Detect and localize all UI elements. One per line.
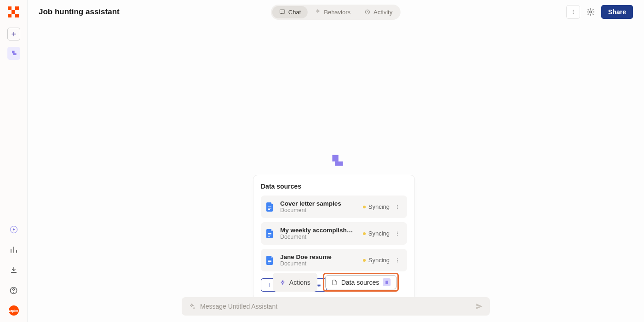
assistant-avatar xyxy=(327,153,345,171)
clock-icon xyxy=(364,9,371,15)
data-sources-count-badge xyxy=(383,278,391,286)
tab-chat-label: Chat xyxy=(288,9,301,16)
more-menu-button[interactable] xyxy=(566,5,580,19)
bar-chart-icon xyxy=(10,246,18,254)
data-source-row[interactable]: My weekly accomplishme... Document Synci… xyxy=(261,222,407,245)
row-more-button[interactable] xyxy=(393,228,402,239)
actions-label: Actions xyxy=(289,279,310,286)
svg-rect-25 xyxy=(268,261,271,262)
file-small-icon xyxy=(385,280,389,285)
bolt-icon-button[interactable] xyxy=(9,224,19,235)
brand-badge[interactable]: zapier xyxy=(9,305,19,316)
dots-vertical-icon xyxy=(394,204,401,210)
data-sources-pill[interactable]: Data sources xyxy=(325,275,397,289)
svg-point-9 xyxy=(590,11,592,13)
send-button[interactable] xyxy=(475,302,483,310)
data-source-type: Document xyxy=(280,260,363,267)
svg-point-23 xyxy=(397,235,398,236)
data-sources-highlight: Data sources xyxy=(323,273,399,292)
download-icon xyxy=(10,266,18,274)
status-dot-icon xyxy=(363,206,366,208)
data-source-row[interactable]: Jane Doe resume Document Syncing xyxy=(261,249,407,271)
google-doc-icon xyxy=(266,229,275,239)
sync-status: Syncing xyxy=(363,257,390,264)
sync-status: Syncing xyxy=(363,203,390,210)
data-source-type: Document xyxy=(280,234,363,240)
svg-rect-14 xyxy=(268,209,270,210)
dots-vertical-icon xyxy=(570,9,576,15)
sidebar: zapier xyxy=(0,0,28,322)
gear-icon xyxy=(586,8,595,16)
svg-rect-0 xyxy=(12,51,15,53)
svg-rect-1 xyxy=(13,53,16,55)
tab-chat[interactable]: Chat xyxy=(272,6,308,18)
brand-badge-text: zapier xyxy=(9,309,18,312)
assistant-shape-icon xyxy=(327,153,345,171)
svg-point-7 xyxy=(573,12,574,12)
topbar-actions: Share xyxy=(566,5,633,19)
google-doc-icon xyxy=(266,202,275,212)
send-icon xyxy=(475,302,483,310)
sparkle-icon xyxy=(188,303,196,310)
tab-behaviors-label: Behaviors xyxy=(324,9,351,16)
data-source-type: Document xyxy=(280,207,363,213)
message-input[interactable]: Message Untitled Assistant xyxy=(182,297,490,316)
sync-status: Syncing xyxy=(363,230,390,237)
data-source-text: Cover letter samples Document xyxy=(280,200,363,213)
sparkle-icon xyxy=(315,9,321,15)
svg-point-8 xyxy=(573,13,574,14)
status-dot-icon xyxy=(363,259,366,262)
svg-rect-26 xyxy=(268,263,270,263)
dots-vertical-icon xyxy=(394,230,401,237)
tab-group: Chat Behaviors Activity xyxy=(271,5,401,20)
share-button[interactable]: Share xyxy=(601,5,633,19)
help-icon xyxy=(9,286,18,295)
svg-rect-18 xyxy=(268,233,271,234)
data-source-row[interactable]: Cover letter samples Document Syncing xyxy=(261,196,407,218)
svg-rect-11 xyxy=(335,161,343,166)
svg-point-28 xyxy=(397,260,398,261)
svg-point-27 xyxy=(397,258,398,259)
tab-behaviors[interactable]: Behaviors xyxy=(308,6,357,18)
actions-pill[interactable]: Actions xyxy=(273,273,317,292)
svg-rect-13 xyxy=(268,208,271,208)
svg-rect-19 xyxy=(268,235,271,235)
svg-point-29 xyxy=(397,261,398,262)
svg-point-16 xyxy=(397,207,398,207)
data-source-name: Jane Doe resume xyxy=(280,253,358,260)
main-area: Job hunting assistant Chat Behaviors Act… xyxy=(28,0,644,322)
bottom-area: Actions Data sources Message Untit xyxy=(28,273,644,322)
analytics-icon-button[interactable] xyxy=(9,245,19,255)
svg-point-15 xyxy=(397,205,398,206)
bolt-icon xyxy=(280,279,286,286)
content-area: Data sources Cover letter samples Docume… xyxy=(28,24,644,322)
help-icon-button[interactable] xyxy=(9,285,19,295)
google-doc-icon xyxy=(266,255,275,265)
data-source-name: Cover letter samples xyxy=(280,200,358,207)
row-more-button[interactable] xyxy=(393,255,402,266)
status-dot-icon xyxy=(363,232,366,235)
svg-point-6 xyxy=(573,10,574,11)
data-source-name: My weekly accomplishme... xyxy=(280,227,358,234)
data-sources-label: Data sources xyxy=(341,279,379,286)
download-icon-button[interactable] xyxy=(9,265,19,275)
svg-point-17 xyxy=(397,208,398,209)
svg-rect-24 xyxy=(268,260,271,260)
bolt-icon xyxy=(9,225,18,234)
topbar: Job hunting assistant Chat Behaviors Act… xyxy=(28,0,644,24)
sidebar-item-assistant[interactable] xyxy=(7,47,20,60)
dots-vertical-icon xyxy=(394,257,401,264)
data-source-text: My weekly accomplishme... Document xyxy=(280,227,363,240)
new-assistant-button[interactable] xyxy=(7,28,20,40)
svg-rect-12 xyxy=(268,207,271,207)
sidebar-bottom: zapier xyxy=(9,224,19,316)
svg-rect-10 xyxy=(332,155,338,161)
svg-rect-4 xyxy=(280,10,285,13)
tab-activity[interactable]: Activity xyxy=(357,6,399,18)
data-source-text: Jane Doe resume Document xyxy=(280,253,363,267)
action-row: Actions Data sources xyxy=(28,273,644,292)
row-more-button[interactable] xyxy=(393,201,402,213)
assistant-shape-icon xyxy=(10,50,17,57)
settings-button[interactable] xyxy=(584,5,598,19)
file-icon xyxy=(331,279,338,286)
